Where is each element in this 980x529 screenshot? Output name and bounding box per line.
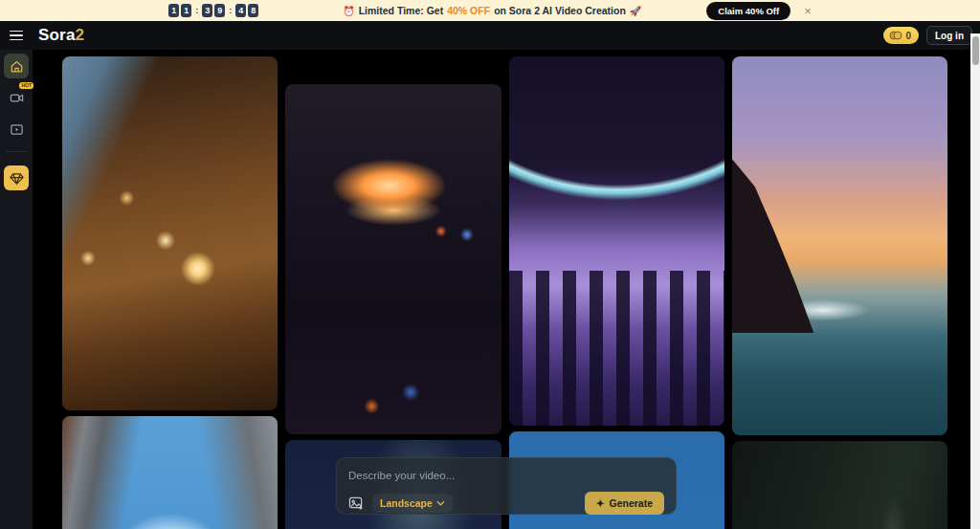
banner-message-prefix: Limited Time: Get — [359, 5, 444, 16]
countdown-digit: 4 — [235, 4, 246, 17]
promo-banner: 1 1 : 3 9 : 4 8 ⏰ Limited Time: Get 40% … — [0, 0, 980, 21]
sidebar: HOT — [0, 50, 33, 529]
rocket-icon: 🚀 — [630, 6, 641, 16]
countdown-digit: 1 — [181, 4, 191, 17]
sidebar-item-video-library[interactable] — [4, 117, 29, 142]
coins-icon — [889, 30, 902, 41]
video-thumbnail-skyscraper-sun[interactable] — [62, 416, 278, 529]
video-thumbnail-cyberpunk-rain[interactable] — [285, 84, 501, 434]
video-prompt-input[interactable] — [348, 470, 664, 481]
prompt-bar: Landscape ✦ Generate — [336, 457, 677, 515]
scrollbar-thumb[interactable] — [972, 36, 979, 65]
hamburger-menu-icon[interactable] — [10, 27, 27, 44]
image-upload-icon[interactable] — [348, 496, 365, 511]
video-thumbnail-dark-cavern[interactable] — [732, 441, 947, 529]
close-icon[interactable]: × — [804, 5, 812, 17]
credits-count: 0 — [905, 31, 911, 41]
countdown-digit: 1 — [168, 4, 179, 17]
banner-message: ⏰ Limited Time: Get 40% OFF on Sora 2 AI… — [343, 5, 641, 16]
app-logo[interactable]: Sora2 — [38, 26, 84, 45]
logo-text-main: Sora — [38, 26, 76, 44]
countdown-digit: 8 — [248, 4, 258, 17]
video-gallery: Landscape ✦ Generate — [33, 50, 980, 529]
gem-icon — [10, 171, 24, 186]
countdown-separator: : — [195, 6, 198, 15]
banner-discount-text: 40% OFF — [447, 5, 490, 16]
generate-button[interactable]: ✦ Generate — [585, 492, 664, 515]
alarm-clock-icon: ⏰ — [343, 6, 354, 16]
countdown-digit: 9 — [214, 4, 225, 17]
banner-message-suffix: on Sora 2 AI Video Creation — [494, 5, 626, 16]
logo-text-accent: 2 — [76, 26, 85, 44]
countdown-timer: 1 1 : 3 9 : 4 8 — [168, 4, 258, 17]
countdown-separator: : — [229, 6, 232, 15]
sidebar-item-home[interactable] — [4, 54, 29, 78]
credits-badge[interactable]: 0 — [883, 27, 919, 44]
countdown-digit: 3 — [202, 4, 212, 17]
login-button[interactable]: Log in — [926, 26, 972, 45]
home-icon — [10, 59, 24, 74]
video-thumbnail-sunset-surfer[interactable] — [732, 56, 947, 435]
hot-badge: HOT — [19, 82, 33, 89]
claim-offer-button[interactable]: Claim 40% Off — [706, 2, 791, 20]
sidebar-divider — [6, 151, 27, 152]
aspect-ratio-dropdown[interactable]: Landscape — [372, 494, 453, 513]
aspect-ratio-label: Landscape — [380, 497, 433, 509]
generate-label: Generate — [609, 497, 653, 509]
chevron-down-icon — [436, 500, 445, 506]
sidebar-item-text-to-video[interactable]: HOT — [4, 85, 29, 110]
app-header: Sora2 0 Log in — [0, 21, 980, 50]
video-camera-icon — [10, 91, 24, 105]
sidebar-item-pricing[interactable] — [4, 165, 29, 190]
video-thumbnail-cafe-reading[interactable] — [62, 56, 278, 410]
video-thumbnail-futuristic-skyline[interactable] — [509, 56, 724, 426]
video-player-icon — [10, 122, 24, 137]
scrollbar-track[interactable] — [970, 33, 980, 529]
sparkle-icon: ✦ — [596, 497, 605, 509]
